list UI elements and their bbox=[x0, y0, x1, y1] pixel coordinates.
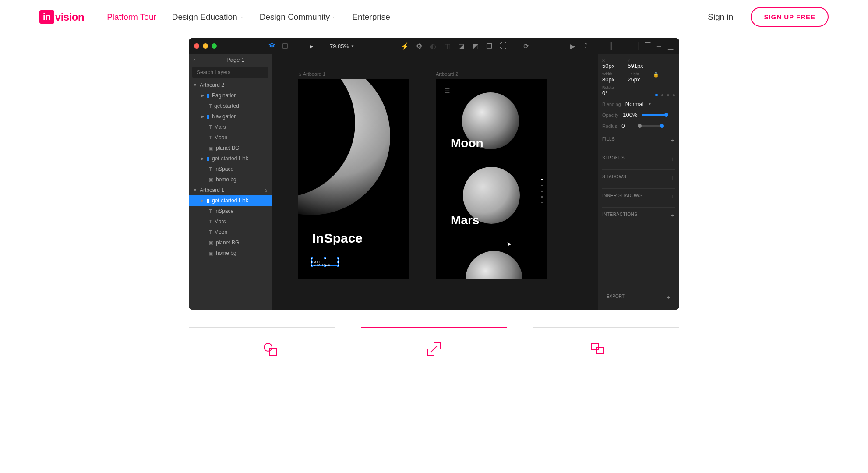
search-layers-input[interactable]: Search Layers bbox=[192, 67, 268, 78]
layer-get-started-link[interactable]: ▶▮get-started Link bbox=[189, 153, 272, 164]
plus-icon[interactable]: + bbox=[671, 212, 675, 219]
logo[interactable]: in vision bbox=[39, 10, 84, 24]
layer-artboard-2[interactable]: ▼Artboard 2 bbox=[189, 80, 272, 90]
corner-dot-icon[interactable] bbox=[673, 94, 675, 96]
inner-shadows-section[interactable]: INNER SHADOWS+ bbox=[602, 188, 675, 205]
plus-icon[interactable]: + bbox=[671, 155, 675, 162]
mask-icon[interactable]: ◐ bbox=[430, 42, 437, 49]
blending-field[interactable]: BlendingNormal▼ bbox=[602, 101, 675, 107]
plus-icon[interactable]: + bbox=[671, 137, 675, 144]
artboard-2[interactable]: ☰ Moon Mars ➤ bbox=[436, 79, 547, 279]
sign-up-button[interactable]: SIGN UP FREE bbox=[751, 7, 829, 27]
align-middle-icon[interactable]: ━ bbox=[656, 42, 663, 49]
selection-box[interactable]: GET STARTED bbox=[311, 258, 339, 266]
align-bottom-icon[interactable]: ▁ bbox=[667, 42, 674, 49]
pagination-dots[interactable] bbox=[541, 179, 543, 203]
back-icon[interactable]: ‹ bbox=[193, 56, 195, 63]
play-icon[interactable]: ▶ bbox=[569, 42, 576, 49]
layer-artboard-1[interactable]: ▼Artboard 1⌂ bbox=[189, 185, 272, 195]
nav-design-education[interactable]: Design Education⌄ bbox=[172, 12, 244, 22]
svg-rect-2 bbox=[269, 349, 276, 356]
image-icon: ▣ bbox=[209, 177, 213, 183]
opacity-slider[interactable] bbox=[642, 114, 668, 116]
rotate-field[interactable]: Rotate0° bbox=[602, 85, 614, 96]
y-field[interactable]: Y591px bbox=[628, 58, 643, 69]
close-window-icon[interactable] bbox=[194, 43, 199, 49]
plus-icon[interactable]: + bbox=[671, 193, 675, 200]
pointer-icon[interactable]: ▸ bbox=[308, 42, 315, 49]
layer-get-started[interactable]: Tget started bbox=[189, 101, 272, 111]
corner-dot-icon[interactable] bbox=[667, 94, 669, 96]
plus-icon[interactable]: + bbox=[667, 294, 670, 301]
layer-inspace-1[interactable]: TInSpace bbox=[189, 206, 272, 216]
layer-inspace[interactable]: TInSpace bbox=[189, 164, 272, 174]
height-field[interactable]: Height25px bbox=[628, 72, 640, 83]
layer-moon-1[interactable]: TMoon bbox=[189, 227, 272, 237]
intersect-icon[interactable]: ❐ bbox=[486, 42, 493, 49]
home-icon: ⌂ bbox=[298, 71, 301, 77]
nav-enterprise[interactable]: Enterprise bbox=[352, 12, 390, 22]
library-icon[interactable] bbox=[282, 42, 289, 49]
feature-tab-1[interactable] bbox=[189, 327, 335, 328]
align-center-icon[interactable]: ┼ bbox=[621, 42, 628, 49]
width-field[interactable]: Width80px bbox=[602, 72, 614, 83]
corner-dot-icon[interactable] bbox=[655, 94, 658, 96]
align-top-icon[interactable]: ▔ bbox=[644, 42, 651, 49]
shadows-section[interactable]: SHADOWS+ bbox=[602, 169, 675, 186]
strokes-section[interactable]: STROKES+ bbox=[602, 151, 675, 167]
home-icon: ⌂ bbox=[264, 187, 267, 193]
interactions-section[interactable]: INTERACTIONS+ bbox=[602, 207, 675, 223]
layer-home-bg-1[interactable]: ▣home bg bbox=[189, 248, 272, 258]
chevron-down-icon: ▼ bbox=[648, 102, 652, 106]
text-icon: T bbox=[209, 230, 212, 235]
layers-icon[interactable] bbox=[268, 42, 275, 49]
layer-home-bg[interactable]: ▣home bg bbox=[189, 174, 272, 185]
mars-text: Mars bbox=[451, 213, 479, 227]
maximize-window-icon[interactable] bbox=[212, 43, 217, 49]
layer-mars[interactable]: TMars bbox=[189, 122, 272, 132]
nav-design-community[interactable]: Design Community⌄ bbox=[260, 12, 337, 22]
layer-mars-1[interactable]: TMars bbox=[189, 216, 272, 227]
align-left-icon[interactable]: ▏ bbox=[610, 42, 617, 49]
logo-in: in bbox=[39, 10, 54, 24]
minimize-window-icon[interactable] bbox=[203, 43, 208, 49]
artboard-2-label[interactable]: Artboard 2 bbox=[436, 71, 547, 77]
artboard-1[interactable]: InSpace GET STARTED bbox=[298, 79, 409, 279]
export-section[interactable]: EXPORT+ bbox=[602, 289, 675, 305]
layer-pagination[interactable]: ▶▮Pagination bbox=[189, 90, 272, 101]
corner-dot-icon[interactable] bbox=[661, 94, 663, 96]
cursor-icon: ➤ bbox=[507, 240, 512, 247]
layer-navigation[interactable]: ▶▮Navigation bbox=[189, 111, 272, 122]
plus-icon[interactable]: + bbox=[671, 174, 675, 181]
layer-planet-bg[interactable]: ▣planet BG bbox=[189, 143, 272, 153]
artboard-1-label[interactable]: ⌂Artboard 1 bbox=[298, 71, 409, 77]
feature-tab-2[interactable] bbox=[361, 327, 507, 328]
layer-get-started-link-selected[interactable]: ▶▮get-started Link bbox=[189, 195, 272, 206]
union-icon[interactable]: ◪ bbox=[458, 42, 465, 49]
align-right-icon[interactable]: ▕ bbox=[633, 42, 640, 49]
layer-moon[interactable]: TMoon bbox=[189, 132, 272, 143]
share-icon[interactable]: ⤴ bbox=[582, 42, 589, 49]
rotate-icon[interactable]: ⟳ bbox=[522, 42, 529, 49]
feature-tab-3[interactable] bbox=[533, 327, 679, 328]
x-field[interactable]: X50px bbox=[602, 58, 614, 69]
layer-planet-bg-1[interactable]: ▣planet BG bbox=[189, 237, 272, 248]
collaborate-icon bbox=[589, 341, 605, 357]
canvas[interactable]: ⌂Artboard 1 InSpace GET STARTED Artboard… bbox=[272, 54, 598, 310]
nav-platform-tour[interactable]: Platform Tour bbox=[107, 12, 156, 22]
gear-icon[interactable]: ⚙ bbox=[416, 42, 423, 49]
sign-in-link[interactable]: Sign in bbox=[708, 12, 733, 22]
menu-icon: ☰ bbox=[445, 87, 450, 94]
difference-icon[interactable]: ⛶ bbox=[500, 42, 507, 49]
layers-header[interactable]: ‹ Page 1 bbox=[189, 54, 272, 66]
radius-slider[interactable] bbox=[638, 125, 664, 127]
opacity-field[interactable]: Opacity100% bbox=[602, 112, 675, 118]
subtract-icon[interactable]: ◩ bbox=[472, 42, 479, 49]
lock-icon[interactable]: 🔒 bbox=[653, 72, 659, 83]
fills-section[interactable]: FILLS+ bbox=[602, 132, 675, 148]
layers-panel: ‹ Page 1 Search Layers ▼Artboard 2 ▶▮Pag… bbox=[189, 54, 272, 310]
radius-field[interactable]: Radius0 bbox=[602, 123, 675, 129]
zoom-control[interactable]: 79.85% ▼ bbox=[330, 43, 354, 49]
crop-icon[interactable]: ◫ bbox=[444, 42, 451, 49]
bolt-icon[interactable]: ⚡ bbox=[402, 42, 409, 49]
